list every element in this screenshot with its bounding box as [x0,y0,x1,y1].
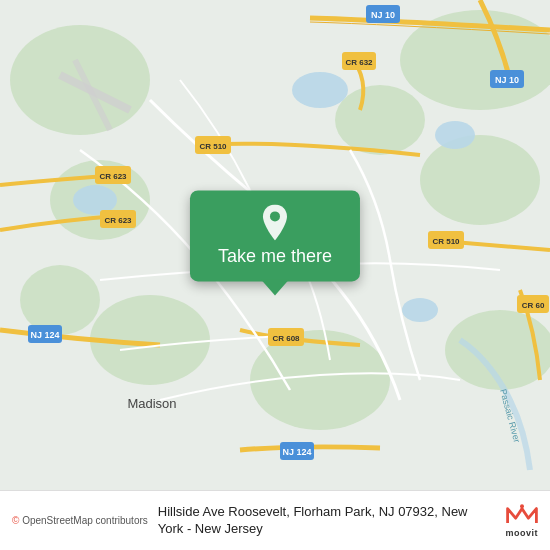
svg-point-5 [335,85,425,155]
svg-text:CR 623: CR 623 [99,172,127,181]
svg-text:CR 60: CR 60 [522,301,545,310]
osm-attribution: © OpenStreetMap contributors [12,515,148,526]
map-popup[interactable]: Take me there [190,190,360,281]
svg-point-10 [292,72,348,108]
svg-point-40 [270,211,280,221]
svg-point-1 [10,25,150,135]
map-container: NJ 10 NJ 10 CR 632 CR 510 CR 623 CR 623 … [0,0,550,490]
address-text: Hillside Ave Roosevelt, Florham Park, NJ… [158,504,496,538]
svg-point-41 [520,504,524,508]
svg-text:CR 510: CR 510 [199,142,227,151]
svg-text:NJ 124: NJ 124 [30,330,59,340]
svg-text:Madison: Madison [127,396,176,411]
svg-text:NJ 10: NJ 10 [495,75,519,85]
svg-point-13 [402,298,438,322]
svg-text:CR 608: CR 608 [272,334,300,343]
svg-point-3 [420,135,540,225]
svg-text:CR 632: CR 632 [345,58,373,67]
moovit-label: moovit [505,528,538,538]
popup-label: Take me there [218,246,332,267]
location-pin-icon [257,204,293,240]
svg-point-9 [20,265,100,335]
svg-text:CR 510: CR 510 [432,237,460,246]
moovit-logo: moovit [505,503,538,538]
svg-text:CR 623: CR 623 [104,216,132,225]
svg-point-11 [435,121,475,149]
svg-text:NJ 124: NJ 124 [282,447,311,457]
bottom-bar: © OpenStreetMap contributors Hillside Av… [0,490,550,550]
svg-text:NJ 10: NJ 10 [371,10,395,20]
